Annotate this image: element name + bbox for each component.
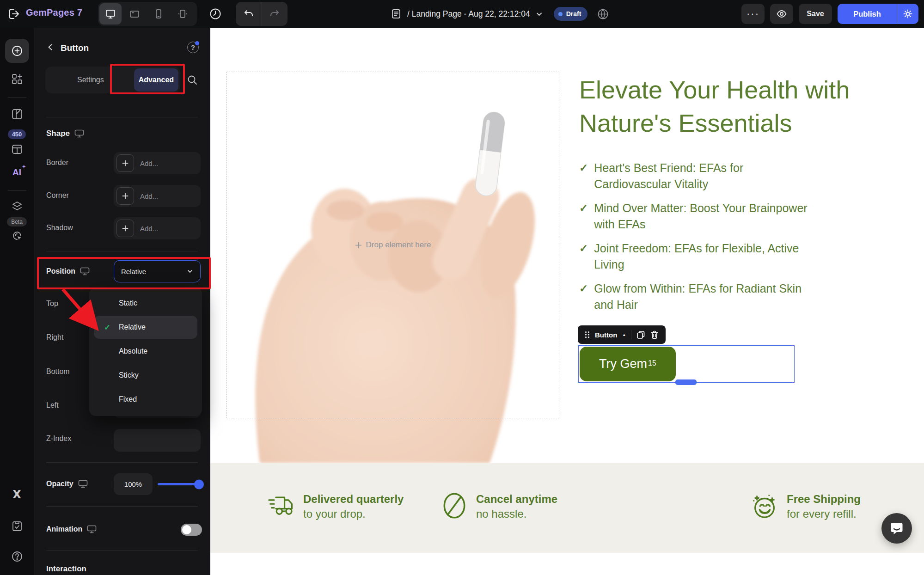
question-circle-icon [11, 550, 24, 563]
device-scope-icon[interactable] [80, 267, 90, 275]
position-select[interactable]: Relative [114, 260, 201, 282]
feature-subtitle: no hassle. [476, 507, 557, 521]
hero-heading[interactable]: Elevate Your Health with Nature's Essent… [579, 73, 884, 140]
breadcrumb[interactable]: / Landing Page - Aug 22, 22:12:04 [407, 9, 530, 19]
dropdown-option-absolute[interactable]: Absolute [89, 340, 202, 363]
list-item: ✓ Glow from Within: EFAs for Radiant Ski… [579, 281, 820, 313]
checklist-button[interactable] [0, 520, 34, 532]
border-add-button[interactable]: Add... [114, 152, 201, 174]
ai-assistant-button[interactable]: AI✦ [0, 167, 34, 177]
save-button[interactable]: Save [799, 4, 832, 24]
publish-settings-button[interactable] [897, 4, 918, 24]
add-element-button[interactable] [5, 39, 29, 63]
opacity-slider[interactable] [158, 483, 202, 485]
drop-hint-label: Drop element here [366, 240, 431, 250]
drop-hint: Drop element here [355, 240, 431, 250]
opacity-slider-knob[interactable] [194, 479, 204, 489]
x-app-button[interactable]: X [0, 488, 34, 501]
chevron-down-icon [187, 268, 193, 275]
device-responsive-button[interactable] [171, 3, 194, 24]
delete-icon[interactable] [650, 330, 659, 339]
publish-button[interactable]: Publish [838, 4, 897, 24]
divider [46, 550, 198, 551]
bottom-field-label: Bottom [46, 367, 70, 376]
check-icon: ✓ [579, 200, 588, 232]
device-tablet-button[interactable] [123, 3, 146, 24]
dropdown-option-relative[interactable]: ✓ Relative [94, 316, 197, 339]
zindex-label: Z-Index [46, 434, 71, 443]
device-scope-icon[interactable] [74, 129, 84, 138]
help-button[interactable] [0, 550, 34, 563]
left-field-label: Left [46, 401, 59, 410]
page-doc-icon [391, 8, 402, 19]
history-clock-icon[interactable] [209, 7, 222, 20]
plus-icon [116, 220, 134, 237]
cta-superscript: 15 [648, 359, 656, 367]
check-icon: ✓ [579, 281, 588, 313]
device-scope-icon[interactable] [78, 480, 88, 488]
globe-icon[interactable] [597, 8, 609, 20]
feature-cancel: Cancel anytime no hassle. [441, 492, 557, 521]
corner-add-button[interactable]: Add... [114, 185, 201, 207]
zindex-input[interactable] [114, 429, 201, 452]
add-placeholder: Add... [140, 225, 158, 232]
rail-divider [8, 190, 26, 191]
try-gem-button[interactable]: Try Gem15 [580, 347, 676, 381]
feature-delivery: Delivered quarterly to your drop. [268, 492, 404, 521]
tab-advanced[interactable]: Advanced [134, 68, 178, 92]
slash-circle-icon [441, 492, 468, 520]
duplicate-icon[interactable] [636, 330, 645, 339]
caret-up-icon[interactable]: ▲ [622, 333, 626, 337]
tab-settings[interactable]: Settings [47, 68, 134, 92]
gear-icon [903, 9, 913, 19]
interaction-section-heading: Interaction [46, 564, 86, 574]
click-target-icon [11, 229, 24, 242]
opacity-value[interactable]: 100% [114, 473, 153, 495]
interactions-beta-button[interactable] [0, 229, 34, 242]
selection-resize-handle[interactable] [675, 379, 697, 385]
device-desktop-button[interactable] [99, 3, 122, 24]
rail-divider [8, 97, 26, 98]
drop-zone[interactable]: Drop element here [226, 72, 559, 418]
redo-button[interactable] [262, 2, 288, 26]
sections-library-button[interactable] [0, 72, 34, 86]
dropdown-option-static[interactable]: Static [89, 292, 202, 315]
divider [46, 117, 198, 117]
benefits-checklist[interactable]: ✓ Heart's Best Friend: EFAs for Cardiova… [579, 160, 820, 321]
templates-button[interactable] [0, 142, 34, 156]
panel-help-icon[interactable]: ? [187, 42, 199, 53]
add-placeholder: Add... [140, 159, 158, 167]
more-menu-button[interactable]: ··· [741, 4, 765, 24]
shadow-add-button[interactable]: Add... [114, 217, 201, 239]
panel-tabs: Settings Advanced [45, 67, 180, 93]
checklist-text: Glow from Within: EFAs for Radiant Skin … [594, 281, 816, 313]
drag-handle-icon[interactable] [585, 331, 590, 338]
dropdown-option-sticky[interactable]: Sticky [89, 364, 202, 387]
list-item: ✓ Joint Freedom: EFAs for Flexible, Acti… [579, 240, 820, 273]
animation-toggle[interactable] [181, 524, 202, 536]
theme-styles-button[interactable] [0, 107, 34, 121]
dropdown-option-fixed[interactable]: Fixed [89, 388, 202, 411]
element-toolbar-label[interactable]: Button [595, 331, 617, 339]
animation-toggle-knob [182, 525, 191, 534]
exit-editor-icon[interactable] [7, 7, 20, 20]
check-icon: ✓ [579, 160, 588, 192]
interaction-label: Interaction [46, 564, 86, 574]
help-glyph: ? [191, 44, 195, 51]
device-mobile-button[interactable] [147, 3, 170, 24]
eye-icon [776, 8, 787, 19]
undo-redo-group [236, 2, 288, 26]
gempages-editor: GemPages 7 [0, 0, 924, 575]
chat-launcher-button[interactable] [881, 513, 912, 544]
preview-button[interactable] [770, 4, 793, 24]
layers-button[interactable] [0, 200, 34, 213]
animation-row: Animation [46, 525, 97, 533]
chevron-down-icon[interactable] [536, 11, 543, 18]
page-canvas: Drop element here Elevate Your Health wi… [210, 28, 924, 463]
undo-button[interactable] [236, 2, 262, 26]
device-scope-icon[interactable] [87, 525, 97, 533]
back-chevron-icon[interactable] [47, 43, 54, 51]
search-icon[interactable] [186, 74, 198, 86]
ai-label: AI [12, 167, 21, 177]
features-strip: Delivered quarterly to your drop. Cancel… [210, 463, 924, 553]
